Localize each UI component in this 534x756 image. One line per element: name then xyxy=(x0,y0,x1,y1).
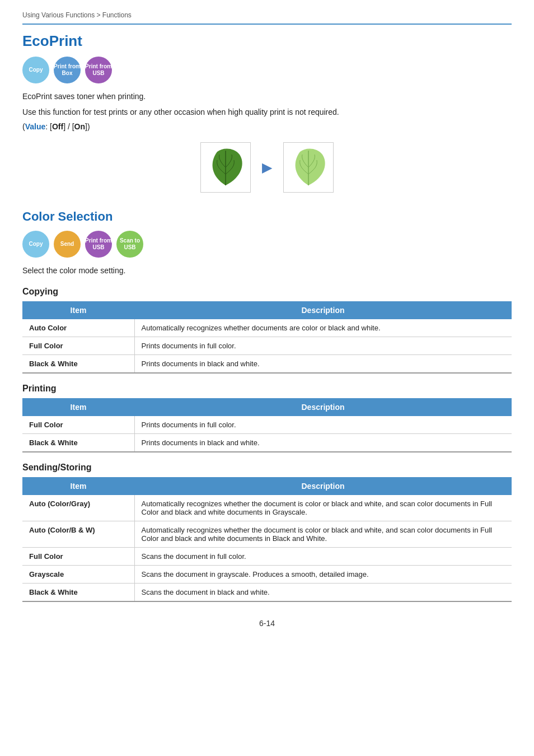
ecoprint-title: EcoPrint xyxy=(22,32,512,50)
ss-desc-auto-color-gray: Automatically recognizes whether the doc… xyxy=(134,495,512,521)
table-row: Black & White Prints documents in black … xyxy=(22,434,512,452)
copying-table: Item Description Auto Color Automaticall… xyxy=(22,301,512,374)
sending-storing-table: Item Description Auto (Color/Gray) Autom… xyxy=(22,477,512,602)
copy-item-bw: Black & White xyxy=(22,355,134,374)
copying-header-item: Item xyxy=(22,301,134,319)
ss-desc-grayscale: Scans the document in grayscale. Produce… xyxy=(134,566,512,584)
value-off: Off xyxy=(52,122,63,131)
value-label: Value xyxy=(25,122,46,131)
ecoprint-image-area: ▶ xyxy=(22,142,512,193)
cs-badge-scan-usb: Scan to USB xyxy=(116,231,143,258)
color-selection-title: Color Selection xyxy=(22,209,512,224)
copying-header-desc: Description xyxy=(134,301,512,319)
ecoprint-value: (Value: [Off] / [On]) xyxy=(22,122,512,131)
cs-badge-print-usb: Print from USB xyxy=(85,231,112,258)
ss-item-full-color: Full Color xyxy=(22,548,134,566)
copying-title: Copying xyxy=(22,287,512,297)
print-desc-bw: Prints documents in black and white. xyxy=(134,434,512,452)
arrow-right-icon: ▶ xyxy=(262,160,272,175)
ss-desc-bw: Scans the document in black and white. xyxy=(134,584,512,602)
print-desc-full-color: Prints documents in full color. xyxy=(134,416,512,434)
ecoprint-badge-row: Copy Print from Box Print from USB xyxy=(22,57,512,83)
badge-print-from-usb: Print from USB xyxy=(85,57,112,83)
table-row: Auto Color Automatically recognizes whet… xyxy=(22,319,512,337)
printing-header-desc: Description xyxy=(134,398,512,416)
ss-desc-full-color: Scans the document in full color. xyxy=(134,548,512,566)
color-selection-desc: Select the color mode setting. xyxy=(22,264,512,277)
copy-desc-full-color: Prints documents in full color. xyxy=(134,337,512,355)
table-row: Black & White Scans the document in blac… xyxy=(22,584,512,602)
leaf-dark-image xyxy=(200,142,251,193)
ecoprint-desc2: Use this function for test prints or any… xyxy=(22,106,512,118)
ss-item-auto-color-gray: Auto (Color/Gray) xyxy=(22,495,134,521)
ss-item-bw: Black & White xyxy=(22,584,134,602)
badge-print-from-box: Print from Box xyxy=(54,57,81,83)
value-on: On xyxy=(74,122,85,131)
ss-header-desc: Description xyxy=(134,477,512,495)
ecoprint-desc1: EcoPrint saves toner when printing. xyxy=(22,90,512,102)
copy-desc-auto-color: Automatically recognizes whether documen… xyxy=(134,319,512,337)
printing-header-item: Item xyxy=(22,398,134,416)
badge-copy: Copy xyxy=(22,57,49,83)
cs-badge-copy: Copy xyxy=(22,231,49,258)
table-row: Full Color Scans the document in full co… xyxy=(22,548,512,566)
ss-item-grayscale: Grayscale xyxy=(22,566,134,584)
copy-item-full-color: Full Color xyxy=(22,337,134,355)
table-row: Full Color Prints documents in full colo… xyxy=(22,416,512,434)
table-row: Grayscale Scans the document in grayscal… xyxy=(22,566,512,584)
page-number: 6-14 xyxy=(22,619,512,628)
copy-item-auto-color: Auto Color xyxy=(22,319,134,337)
ss-item-auto-color-bw: Auto (Color/B & W) xyxy=(22,521,134,548)
table-row: Black & White Prints documents in black … xyxy=(22,355,512,374)
printing-title: Printing xyxy=(22,384,512,394)
table-row: Auto (Color/B & W) Automatically recogni… xyxy=(22,521,512,548)
copy-desc-bw: Prints documents in black and white. xyxy=(134,355,512,374)
ss-desc-auto-color-bw: Automatically recognizes whether the doc… xyxy=(134,521,512,548)
table-row: Auto (Color/Gray) Automatically recogniz… xyxy=(22,495,512,521)
print-item-full-color: Full Color xyxy=(22,416,134,434)
printing-table: Item Description Full Color Prints docum… xyxy=(22,398,512,452)
color-selection-badge-row: Copy Send Print from USB Scan to USB xyxy=(22,231,512,258)
breadcrumb: Using Various Functions > Functions xyxy=(22,11,512,25)
ss-header-item: Item xyxy=(22,477,134,495)
cs-badge-send: Send xyxy=(54,231,81,258)
leaf-light-image xyxy=(283,142,334,193)
table-row: Full Color Prints documents in full colo… xyxy=(22,337,512,355)
sending-storing-title: Sending/Storing xyxy=(22,463,512,473)
print-item-bw: Black & White xyxy=(22,434,134,452)
